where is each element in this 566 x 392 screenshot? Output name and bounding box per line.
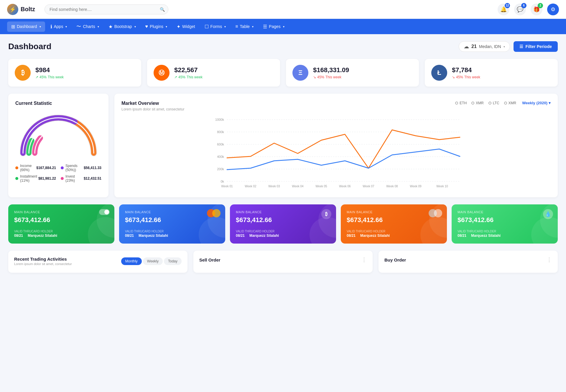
trading-subtitle: Lorem ipsum dolor sit amet, consectetur bbox=[14, 262, 72, 266]
card-date-4: 08/21 bbox=[458, 234, 466, 238]
eth-icon: Ξ bbox=[292, 65, 308, 81]
nav-charts-label: Charts bbox=[83, 24, 95, 29]
svg-text:Week 10: Week 10 bbox=[436, 185, 448, 188]
settings-button[interactable]: ⚙ bbox=[547, 4, 559, 15]
notifications-button[interactable]: 🔔 12 bbox=[498, 4, 509, 15]
balance-card-blue: Main Balance $673,412.66 VALID THRUCARD … bbox=[119, 204, 225, 244]
mono-pct: 45% bbox=[178, 75, 185, 79]
semicircle-svg bbox=[17, 112, 100, 159]
card-holder-0: Marquezz Silalahi bbox=[28, 234, 57, 238]
nav-dashboard[interactable]: ⊞ Dashboard ▾ bbox=[7, 21, 45, 32]
sell-more-icon[interactable]: ⋮ bbox=[361, 257, 367, 263]
buy-order-card: Buy Order ⋮ bbox=[379, 251, 558, 273]
nav-plugins[interactable]: ♥ Plugins ▾ bbox=[141, 21, 171, 32]
line-chart-svg: 1000k 800k 600k 400k 200k 0k Week 01 Wee… bbox=[121, 114, 551, 190]
balance-label-0: Main Balance bbox=[14, 210, 108, 214]
gift-badge: 2 bbox=[538, 3, 543, 8]
cloud-icon: ☁ bbox=[464, 43, 469, 50]
semicircle-chart bbox=[15, 112, 101, 159]
svg-text:Week 02: Week 02 bbox=[245, 185, 256, 188]
btc-info: $984 ↗ 45% This week bbox=[35, 66, 64, 79]
card-holder-2: Marquezz Silalahi bbox=[249, 234, 279, 238]
nav-table[interactable]: ≡ Table ▾ bbox=[231, 21, 258, 32]
mastercard2-icon bbox=[429, 209, 442, 217]
up-arrow-icon2: ↗ bbox=[174, 75, 177, 79]
trading-tabs: Monthly Weekly Today bbox=[121, 257, 182, 265]
forms-icon: ☐ bbox=[205, 24, 209, 29]
ltc-legend: LTC bbox=[488, 101, 499, 105]
tab-weekly[interactable]: Weekly bbox=[143, 257, 163, 265]
eth-circle bbox=[455, 102, 458, 105]
tab-monthly[interactable]: Monthly bbox=[121, 257, 142, 265]
svg-text:600k: 600k bbox=[217, 143, 224, 146]
svg-text:800k: 800k bbox=[217, 130, 224, 134]
market-title: Market Overview bbox=[121, 101, 184, 106]
gifts-button[interactable]: 🎁 2 bbox=[531, 4, 542, 15]
ltc-info: $7,784 ↘ 45% This week bbox=[452, 66, 480, 79]
svg-text:Week 01: Week 01 bbox=[221, 185, 233, 188]
balance-card-green: Main Balance $673,412.66 VALID THRUCARD … bbox=[8, 204, 114, 244]
installment-label: Installment (11%) bbox=[20, 174, 38, 183]
trading-title-area: Recent Trading Activities Lorem ipsum do… bbox=[14, 257, 72, 266]
trading-title: Recent Trading Activities bbox=[14, 257, 72, 262]
middle-section: Current Statistic bbox=[8, 94, 558, 197]
invest-dot bbox=[61, 177, 64, 180]
nav-bootstrap[interactable]: ★ Bootstrap ▾ bbox=[104, 21, 140, 32]
income-dot bbox=[15, 166, 18, 169]
tab-today[interactable]: Today bbox=[164, 257, 182, 265]
plugins-arrow: ▾ bbox=[166, 25, 167, 28]
buy-more-icon[interactable]: ⋮ bbox=[547, 257, 552, 263]
nav-actions: 🔔 12 💬 6 🎁 2 ⚙ bbox=[498, 4, 559, 15]
svg-text:Week 07: Week 07 bbox=[363, 185, 374, 188]
btc-card-icon: ₿ bbox=[321, 209, 331, 219]
eth-change: ↘ 45% This week bbox=[313, 75, 349, 79]
messages-button[interactable]: 💬 6 bbox=[514, 4, 526, 15]
menu-bar: ⊞ Dashboard ▾ ℹ Apps ▾ 〜 Charts ▾ ★ Boot… bbox=[0, 19, 566, 34]
card-valid-0: VALID THRUCARD HOLDER bbox=[14, 230, 57, 233]
svg-text:Week 09: Week 09 bbox=[410, 185, 422, 188]
eth-info: $168,331.09 ↘ 45% This week bbox=[313, 66, 349, 79]
stat-card-btc: ₿ $984 ↗ 45% This week bbox=[8, 59, 141, 87]
widget-icon: ✦ bbox=[177, 24, 180, 29]
svg-text:1000k: 1000k bbox=[215, 118, 224, 121]
charts-icon: 〜 bbox=[76, 24, 81, 30]
nav-apps[interactable]: ℹ Apps ▾ bbox=[46, 21, 71, 32]
market-title-area: Market Overview Lorem ipsum dolor sit am… bbox=[121, 101, 184, 111]
logo-text: Boltz bbox=[21, 6, 35, 13]
nav-widget[interactable]: ✦ Widget bbox=[172, 21, 199, 32]
eth-pct: 45% bbox=[317, 75, 324, 79]
legend-income: Income (66%) $167,884.21 bbox=[15, 164, 56, 172]
search-input[interactable] bbox=[45, 4, 168, 14]
card-valid-3: VALID THRUCARD HOLDER bbox=[347, 230, 390, 233]
ltc-circle bbox=[488, 102, 491, 105]
stat-card-eth: Ξ $168,331.09 ↘ 45% This week bbox=[286, 59, 419, 87]
current-statistic-card: Current Statistic bbox=[8, 94, 108, 197]
weekly-label-text: Weekly (2020) bbox=[522, 101, 547, 105]
legend-installment: Installment (11%) $81,981.22 bbox=[15, 174, 56, 183]
card-holder-1: Marquezz Silalahi bbox=[139, 234, 168, 238]
nav-forms[interactable]: ☐ Forms ▾ bbox=[200, 21, 230, 32]
charts-arrow: ▾ bbox=[98, 25, 99, 28]
filter-icon: ☰ bbox=[519, 44, 523, 49]
installment-value: $81,981.22 bbox=[38, 176, 56, 181]
balance-card-purple: ₿ Main Balance $673,412.66 VALID THRUCAR… bbox=[230, 204, 336, 244]
nav-charts[interactable]: 〜 Charts ▾ bbox=[72, 21, 103, 32]
svg-text:Week 06: Week 06 bbox=[339, 185, 351, 188]
drop-icon: 💧 bbox=[543, 209, 553, 219]
dashboard-arrow: ▾ bbox=[40, 25, 41, 28]
message-badge: 6 bbox=[521, 3, 526, 8]
eth-legend-label: ETH bbox=[460, 101, 467, 105]
chart-legends: ETH XMR LTC XMR bbox=[455, 101, 516, 105]
forms-arrow: ▾ bbox=[224, 25, 226, 28]
legend-invest: Invest (23%) $12,432.51 bbox=[61, 174, 101, 183]
market-subtitle: Lorem ipsum dolor sit amet, consectetur bbox=[121, 107, 184, 111]
weekly-filter[interactable]: Weekly (2020) ▾ bbox=[522, 101, 551, 105]
xmr2-legend-label: XMR bbox=[509, 101, 516, 105]
nav-pages[interactable]: ☰ Pages ▾ bbox=[259, 21, 289, 32]
location-text: Medan, IDN bbox=[479, 44, 501, 49]
spends-label: Spends (50%)) bbox=[65, 164, 84, 172]
filter-period-button[interactable]: ☰ Filter Periode bbox=[514, 41, 558, 52]
card-date-2: 08/21 bbox=[236, 234, 245, 238]
xmr-legend-label: XMR bbox=[476, 101, 484, 105]
ltc-pct: 45% bbox=[456, 75, 463, 79]
